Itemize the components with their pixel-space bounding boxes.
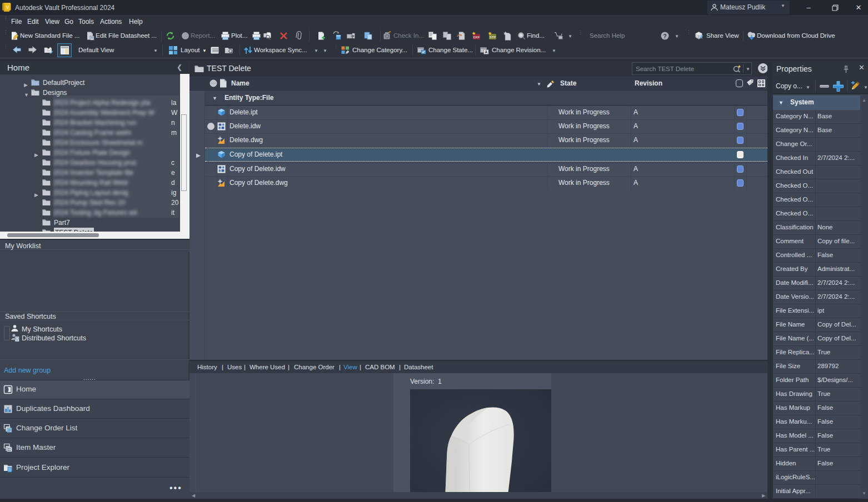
svg-text:V: V bbox=[6, 4, 9, 10]
svg-text:?: ? bbox=[663, 33, 666, 39]
svg-text:STP: STP bbox=[490, 36, 496, 39]
svg-text:A: A bbox=[485, 50, 487, 54]
svg-text:DXF: DXF bbox=[473, 36, 480, 39]
